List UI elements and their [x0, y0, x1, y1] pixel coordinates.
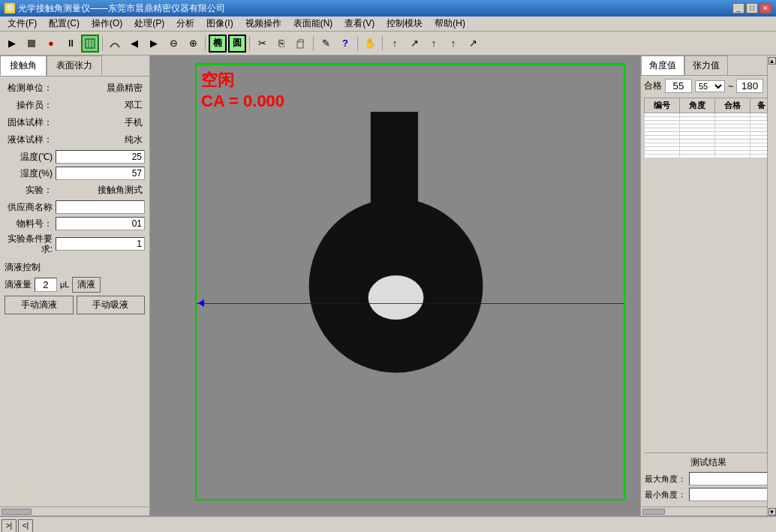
stop-button[interactable] [23, 35, 41, 53]
drip-unit: μL [60, 280, 69, 289]
arrow-up3-button[interactable]: ↑ [444, 35, 462, 53]
menu-control[interactable]: 控制模块 [380, 17, 429, 31]
humidity-row: 湿度(%) 57 [5, 167, 145, 180]
max-angle-label: 最大角度： [644, 473, 689, 485]
separator-3 [249, 36, 250, 51]
title-bar: ⚪ 光学接触角测量仪——东莞市晨鼎精密仪器有限公司 _ □ ✕ [0, 0, 776, 17]
condition-value[interactable]: 1 [56, 237, 145, 251]
circle-button[interactable]: 圆 [228, 35, 246, 53]
ellipse-button[interactable]: 椭 [209, 35, 227, 53]
manual-absorb-button[interactable]: 手动吸液 [77, 296, 146, 314]
supplier-label: 供应商名称 [5, 201, 56, 214]
table-row [645, 155, 773, 158]
left-tab-bar: 接触角 表面张力 [0, 56, 149, 77]
zoom-out-button[interactable]: ⊖ [164, 35, 182, 53]
log-back-button[interactable]: <| [18, 519, 33, 533]
tab-contact-angle[interactable]: 接触角 [0, 56, 47, 76]
title-bar-buttons: _ □ ✕ [732, 3, 771, 14]
tab-surface-tension[interactable]: 表面张力 [47, 56, 102, 76]
arrow-upleft-button[interactable]: ↗ [405, 35, 423, 53]
scroll-up-arrow[interactable]: ▲ [768, 57, 776, 65]
svg-rect-10 [382, 205, 411, 221]
arrow-up2-button[interactable]: ↑ [425, 35, 443, 53]
action-buttons-row: 手动滴液 手动吸液 [5, 296, 145, 314]
scroll-thumb[interactable] [2, 509, 32, 515]
material-row: 物料号： 01 [5, 217, 145, 230]
baseline [197, 303, 624, 304]
pause-button[interactable]: ⏸ [62, 35, 80, 53]
qualify-max-input[interactable] [736, 79, 763, 93]
menu-image[interactable]: 图像(I) [200, 17, 239, 31]
svg-rect-5 [299, 40, 303, 42]
menu-surface[interactable]: 表面能(N) [287, 17, 339, 31]
right-scroll-thumb[interactable] [642, 509, 665, 515]
left-scrollbar[interactable] [0, 506, 149, 515]
menu-help[interactable]: 帮助(H) [429, 17, 471, 31]
svg-point-9 [368, 275, 424, 320]
tab-tension-value[interactable]: 张力值 [684, 56, 728, 75]
back-button[interactable]: ◀ [125, 35, 143, 53]
drip-volume-input[interactable] [35, 278, 57, 292]
min-angle-label: 最小角度： [644, 489, 689, 500]
scroll-down-arrow[interactable]: ▼ [768, 508, 776, 515]
material-label: 物料号： [5, 218, 56, 230]
maximize-button[interactable]: □ [746, 3, 758, 14]
svg-rect-0 [28, 40, 35, 47]
solid-sample-row: 固体试样： 手机 [5, 116, 145, 130]
separator-6 [382, 36, 383, 51]
arrow-up1-button[interactable]: ↑ [386, 35, 404, 53]
curve-button[interactable] [106, 35, 124, 53]
humidity-value[interactable]: 57 [56, 167, 145, 180]
menu-config[interactable]: 配置(C) [43, 17, 86, 31]
menu-analyze[interactable]: 分析 [170, 17, 200, 31]
max-angle-value[interactable] [689, 472, 773, 485]
temperature-value[interactable]: 25 [56, 150, 145, 164]
copy-button[interactable]: ⎘ [272, 35, 290, 53]
paste-button[interactable] [292, 35, 310, 53]
supplier-value[interactable] [56, 200, 145, 214]
separator-4 [313, 36, 314, 51]
operator-row: 操作员： 邓工 [5, 98, 145, 113]
liquid-sample-label: 液体试样： [5, 134, 56, 146]
min-angle-value[interactable] [689, 488, 773, 501]
right-content: 合格 55 ~ 编号 角度 合格 备 [641, 76, 776, 506]
menu-operation[interactable]: 操作(O) [86, 17, 128, 31]
qualify-row: 合格 55 ~ [644, 79, 773, 93]
play-button[interactable]: ▶ [3, 35, 21, 53]
humidity-label: 湿度(%) [5, 167, 56, 180]
operator-label: 操作员： [5, 99, 56, 112]
grid-button[interactable] [81, 35, 99, 53]
left-panel: 接触角 表面张力 检测单位： 晨鼎精密 操作员： 邓工 固体试样： 手机 液体试… [0, 56, 150, 515]
solid-sample-value: 手机 [56, 116, 145, 130]
drop-svg [197, 65, 624, 499]
qualify-min-input[interactable] [665, 79, 692, 93]
right-bottom-scrollbar[interactable] [641, 506, 776, 515]
manual-drip-button[interactable]: 手动滴液 [5, 296, 74, 314]
menu-process[interactable]: 处理(P) [128, 17, 170, 31]
close-button[interactable]: ✕ [759, 3, 771, 14]
menu-video[interactable]: 视频操作 [239, 17, 287, 31]
max-angle-row: 最大角度： [644, 472, 773, 485]
condition-row: 实验条件要求: 1 [5, 233, 145, 255]
material-value[interactable]: 01 [56, 217, 145, 230]
drip-button[interactable]: 滴液 [72, 277, 101, 293]
help-button[interactable]: ? [336, 35, 354, 53]
menu-view[interactable]: 查看(V) [338, 17, 380, 31]
tab-angle-value[interactable]: 角度值 [641, 56, 684, 75]
forward-button[interactable]: ▶ [145, 35, 163, 53]
log-forward-button[interactable]: >| [2, 519, 17, 533]
condition-label: 实验条件要求: [5, 233, 56, 255]
edit-button[interactable]: ✎ [317, 35, 335, 53]
right-scrollbar[interactable]: ▲ ▼ [767, 56, 776, 515]
data-table: 编号 角度 合格 备 [644, 98, 773, 158]
cut-button[interactable]: ✂ [253, 35, 271, 53]
hand-button[interactable]: ✋ [361, 35, 379, 53]
experiment-row: 实验： 接触角测式 [5, 183, 145, 197]
menu-file[interactable]: 文件(F) [2, 17, 43, 31]
detection-unit-label: 检测单位： [5, 82, 56, 95]
zoom-in-button[interactable]: ⊕ [184, 35, 202, 53]
qualify-min-select[interactable]: 55 [695, 80, 725, 92]
minimize-button[interactable]: _ [732, 3, 744, 14]
arrow-upright-button[interactable]: ↗ [464, 35, 482, 53]
record-button[interactable]: ● [42, 35, 60, 53]
